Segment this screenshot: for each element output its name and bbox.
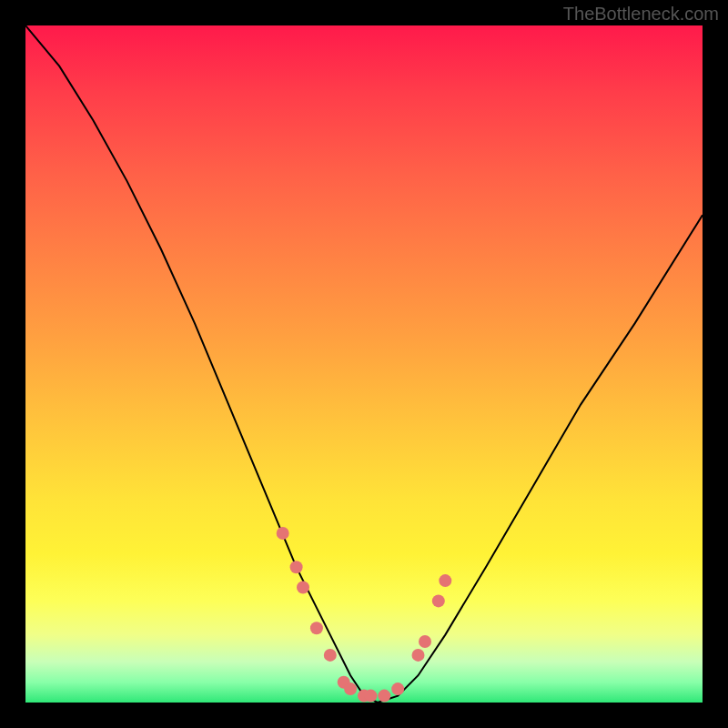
chart-svg	[25, 25, 703, 703]
data-point	[277, 527, 289, 540]
data-point	[297, 581, 309, 594]
chart-frame: TheBottleneck.com	[0, 0, 728, 728]
watermark-label: TheBottleneck.com	[563, 4, 719, 25]
data-point	[310, 622, 323, 634]
data-point	[364, 690, 377, 703]
data-point	[412, 649, 425, 662]
data-point	[324, 649, 337, 662]
plot-area	[25, 25, 703, 703]
data-point	[439, 574, 451, 587]
data-point	[391, 682, 404, 695]
data-point	[432, 594, 445, 607]
data-point	[344, 682, 357, 695]
data-point	[419, 635, 431, 648]
data-point	[290, 561, 303, 573]
bottleneck-curve	[25, 25, 703, 703]
data-point	[378, 690, 390, 703]
